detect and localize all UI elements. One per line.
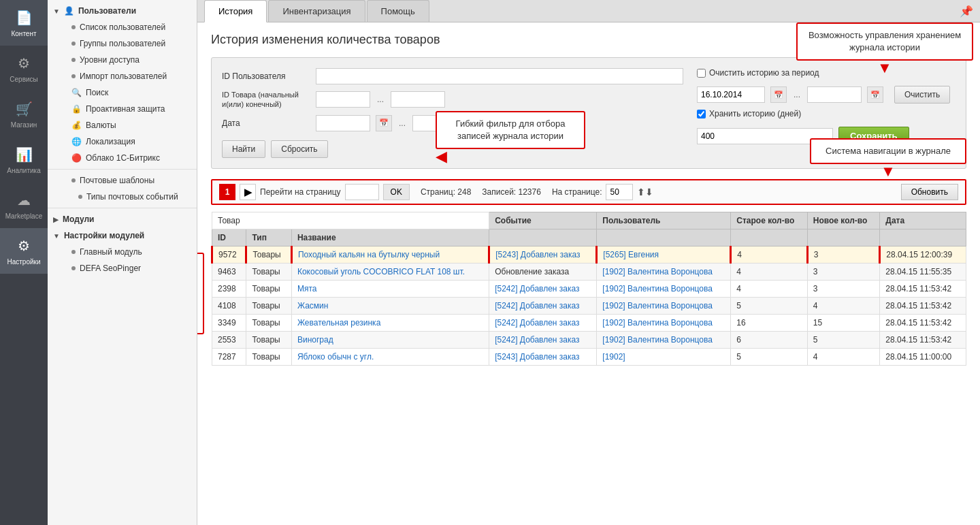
per-page-label: На странице: [552, 187, 602, 197]
table-row: 4108ТоварыЖасмин[5242] Добавлен заказ[19… [212, 297, 966, 314]
clear-date-from[interactable] [697, 86, 765, 103]
per-page-input[interactable] [606, 184, 633, 200]
nav-item-defa[interactable]: DEFA SeoPinger [48, 260, 197, 276]
nav-item-user-list[interactable]: Список пользователей [48, 19, 197, 35]
product-id-from-input[interactable] [316, 91, 370, 108]
cloud-icon: 🔴 [71, 153, 82, 163]
col-event: Событие [489, 212, 597, 229]
product-id-to-input[interactable] [391, 91, 445, 108]
sidebar-item-analytics[interactable]: 📊 Аналитика [0, 137, 48, 182]
nav-item-module-settings[interactable]: ▼ Настройки модулей [48, 227, 197, 244]
annotation-filter: Гибкий фильтр для отбора записей журнала… [436, 111, 585, 164]
date-from-input[interactable] [316, 115, 370, 131]
currency-icon: 💰 [71, 121, 82, 130]
table-row: 2553ТоварыВиноград[5242] Добавлен заказ[… [212, 331, 966, 348]
main-content: История Инвентаризация Помощь 📌 История … [197, 0, 980, 525]
user-id-input[interactable] [316, 68, 683, 84]
table-wrapper: Запись журнала, позволяющая определить и… [211, 212, 966, 366]
sidebar-item-content[interactable]: 📄 Контент [0, 0, 48, 46]
tab-history[interactable]: История [204, 0, 267, 22]
page-body: История изменения количества товаров ID … [197, 22, 980, 525]
nav-item-users[interactable]: ▼ 👤 Пользователи [48, 3, 197, 19]
goto-page-input[interactable] [345, 184, 379, 200]
annotation-top-right: Возможность управления хранением журнала… [796, 22, 973, 76]
annotation-nav: Система навигации в журнале ▼ [810, 138, 966, 179]
date-label: Дата [222, 118, 310, 128]
user-id-row: ID Пользователя [222, 68, 683, 84]
table-row: 9463ТоварыКокосовый уголь COCOBRICO FLAT… [212, 263, 966, 280]
nav-users-icon: 👤 [64, 6, 74, 16]
page-1-btn[interactable]: 1 [219, 184, 235, 200]
date-range-row: 📅 ... 📅 Очистить [697, 86, 956, 104]
sidebar-item-settings[interactable]: ⚙ Настройки [0, 228, 48, 274]
data-table: Товар Событие Пользователь Старое кол-во… [211, 212, 966, 366]
keep-history-row: Хранить историю (дней) [697, 109, 956, 118]
clear-date-to[interactable] [807, 86, 862, 103]
globe-icon: 🌐 [71, 137, 82, 146]
lock-icon: 🔒 [71, 104, 82, 114]
nav-item-localization[interactable]: 🌐 Локализация [48, 133, 197, 150]
table-row: 2398ТоварыМята[5242] Добавлен заказ[1902… [212, 280, 966, 297]
sidebar-item-services[interactable]: ⚙ Сервисы [0, 46, 48, 91]
marketplace-icon: ☁ [14, 191, 33, 210]
pagination-wrapper: Система навигации в журнале ▼ Гибкий фил… [211, 179, 966, 205]
find-button[interactable]: Найти [222, 140, 265, 158]
col-user: Пользователь [597, 212, 731, 229]
tab-help[interactable]: Помощь [367, 0, 429, 22]
next-page-btn[interactable]: ▶ [240, 184, 256, 200]
col-name: Название [291, 229, 489, 246]
tab-inventory[interactable]: Инвентаризация [268, 0, 365, 22]
nav-item-mail-templates[interactable]: Почтовые шаблоны [48, 172, 197, 189]
pin-icon[interactable]: 📌 [960, 5, 973, 22]
group-header: Товар [212, 212, 489, 229]
col-new-qty: Новое кол-во [807, 212, 880, 229]
col-type: Тип [246, 229, 292, 246]
nav-item-modules[interactable]: ▶ Модули [48, 211, 197, 227]
sidebar-item-shop[interactable]: 🛒 Магазин [0, 91, 48, 137]
nav-item-main-module[interactable]: Главный модуль [48, 244, 197, 260]
annotation-journal-record: Запись журнала, позволяющая определить и… [197, 253, 204, 350]
table-row: 7287ТоварыЯблоко обычн с угл.[5243] Доба… [212, 348, 966, 365]
sidebar-left: 📄 Контент ⚙ Сервисы 🛒 Магазин 📊 Аналитик… [0, 0, 48, 525]
pages-info: Страниц: 248 [421, 187, 471, 197]
user-id-label: ID Пользователя [222, 71, 310, 81]
nav-item-proactive[interactable]: 🔒 Проактивная защита [48, 101, 197, 117]
reset-button[interactable]: Сбросить [271, 140, 327, 158]
shop-icon: 🛒 [14, 99, 33, 118]
clear-cal-to-btn[interactable]: 📅 [867, 86, 883, 103]
refresh-btn[interactable]: Обновить [901, 184, 958, 200]
sidebar-item-marketplace[interactable]: ☁ Marketplace [0, 182, 48, 228]
goto-label: Перейти на страницу [260, 187, 341, 197]
settings-icon: ⚙ [14, 236, 33, 255]
nav-item-import-users[interactable]: Импорт пользователей [48, 68, 197, 84]
date-from-calendar-btn[interactable]: 📅 [376, 115, 392, 131]
table-col-header-row: ID Тип Название [212, 229, 966, 246]
nav-item-access-levels[interactable]: Уровни доступа [48, 52, 197, 68]
col-old-qty: Старое кол-во [731, 212, 807, 229]
clear-cal-from-btn[interactable]: 📅 [770, 86, 787, 103]
records-info: Записей: 12376 [482, 187, 541, 197]
table-row: 3349ТоварыЖевательная резинка[5242] Доба… [212, 314, 966, 331]
col-id: ID [212, 229, 246, 246]
product-id-label: ID Товара (начальный и(или) конечный) [222, 90, 310, 110]
table-header-row: Товар Событие Пользователь Старое кол-во… [212, 212, 966, 229]
clear-btn[interactable]: Очистить [894, 86, 950, 104]
nav-item-search[interactable]: 🔍 Поиск [48, 84, 197, 101]
content-icon: 📄 [14, 8, 33, 27]
services-icon: ⚙ [14, 54, 33, 73]
table-row: 9572ТоварыПоходный кальян на бутылку чер… [212, 246, 966, 263]
search-icon: 🔍 [71, 88, 82, 97]
nav-item-mail-events[interactable]: Типы почтовых событий [48, 189, 197, 205]
nav-item-currencies[interactable]: 💰 Валюты [48, 117, 197, 133]
analytics-icon: 📊 [14, 145, 33, 164]
clear-history-checkbox[interactable] [697, 69, 706, 78]
nav-item-user-groups[interactable]: Группы пользователей [48, 35, 197, 52]
pagination-bar: 1 ▶ Перейти на страницу OK Страниц: 248 … [211, 179, 966, 205]
sidebar-nav: ▼ 👤 Пользователи Список пользователей Гр… [48, 0, 197, 525]
goto-ok-btn[interactable]: OK [383, 184, 410, 200]
keep-history-checkbox[interactable] [697, 110, 706, 118]
nav-item-cloud[interactable]: 🔴 Облако 1С-Битрикс [48, 150, 197, 166]
tabs-bar: История Инвентаризация Помощь 📌 [197, 0, 980, 22]
nav-separator [48, 169, 197, 170]
product-id-row: ID Товара (начальный и(или) конечный) ..… [222, 90, 683, 110]
